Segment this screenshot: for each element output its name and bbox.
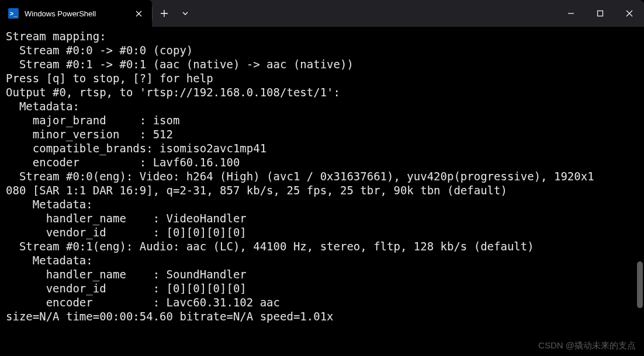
terminal-line: Metadata: <box>6 99 638 113</box>
terminal-line: Stream #0:1 -> #0:1 (aac (native) -> aac… <box>6 57 638 71</box>
terminal-line: handler_name : VideoHandler <box>6 211 638 225</box>
close-icon <box>136 11 142 17</box>
titlebar: >_ Windows PowerShell <box>0 0 644 27</box>
tab-close-button[interactable] <box>132 7 145 20</box>
terminal-line: vendor_id : [0][0][0][0] <box>6 225 638 239</box>
chevron-down-icon <box>182 10 189 17</box>
plus-icon <box>161 10 168 17</box>
tab-dropdown-button[interactable] <box>176 0 195 27</box>
tab-title: Windows PowerShell <box>25 9 126 18</box>
window-controls <box>556 0 644 27</box>
terminal-line: size=N/A time=00:00:54.60 bitrate=N/A sp… <box>6 309 638 323</box>
close-window-button[interactable] <box>615 0 644 27</box>
tab-controls <box>152 0 195 27</box>
close-icon <box>626 10 633 17</box>
terminal-line: Press [q] to stop, [?] for help <box>6 71 638 85</box>
powershell-icon: >_ <box>8 8 19 19</box>
terminal-line: minor_version : 512 <box>6 127 638 141</box>
new-tab-button[interactable] <box>153 0 176 27</box>
tab-powershell[interactable]: >_ Windows PowerShell <box>0 0 152 27</box>
maximize-button[interactable] <box>586 0 615 27</box>
terminal-line: compatible_brands: isomiso2avc1mp41 <box>6 141 638 155</box>
terminal-line: Output #0, rtsp, to 'rtsp://192.168.0.10… <box>6 85 638 99</box>
terminal-line: Metadata: <box>6 253 638 267</box>
terminal-line: Stream mapping: <box>6 29 638 43</box>
terminal-line: encoder : Lavc60.31.102 aac <box>6 295 638 309</box>
terminal-line: major_brand : isom <box>6 113 638 127</box>
tab-area: >_ Windows PowerShell <box>0 0 195 27</box>
maximize-icon <box>597 10 604 17</box>
terminal-line: vendor_id : [0][0][0][0] <box>6 281 638 295</box>
watermark: CSDN @撬动未来的支点 <box>538 340 636 351</box>
svg-rect-0 <box>598 11 603 16</box>
terminal-line: Stream #0:0(eng): Video: h264 (High) (av… <box>6 169 638 183</box>
minimize-button[interactable] <box>556 0 586 27</box>
minimize-icon <box>567 10 574 17</box>
terminal-output[interactable]: Stream mapping: Stream #0:0 -> #0:0 (cop… <box>0 27 644 356</box>
terminal-line: 080 [SAR 1:1 DAR 16:9], q=2-31, 857 kb/s… <box>6 183 638 197</box>
scrollbar[interactable] <box>637 27 643 355</box>
scrollbar-thumb[interactable] <box>637 261 643 308</box>
terminal-line: Stream #0:0 -> #0:0 (copy) <box>6 43 638 57</box>
terminal-line: handler_name : SoundHandler <box>6 267 638 281</box>
terminal-line: Stream #0:1(eng): Audio: aac (LC), 44100… <box>6 239 638 253</box>
terminal-line: encoder : Lavf60.16.100 <box>6 155 638 169</box>
terminal-line: Metadata: <box>6 197 638 211</box>
